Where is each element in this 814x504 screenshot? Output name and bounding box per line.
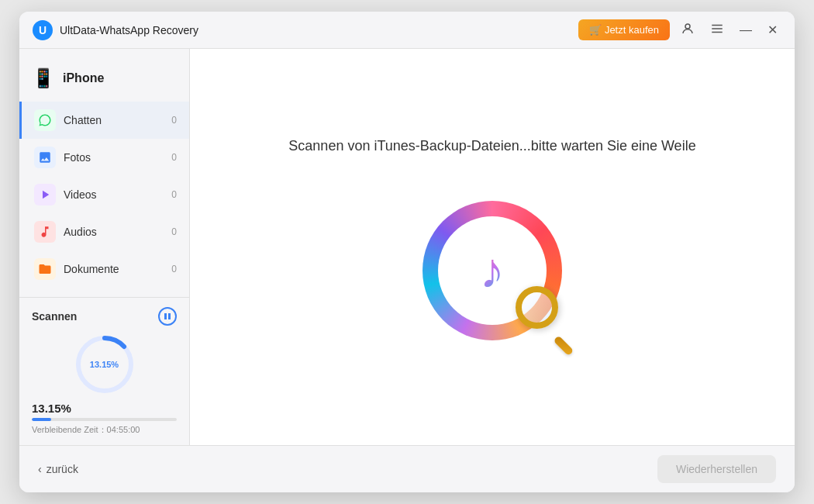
- minimize-button[interactable]: —: [735, 20, 757, 40]
- audios-icon: [34, 221, 56, 243]
- scan-percent: 13.15%: [32, 402, 177, 415]
- sidebar-item-dokumente[interactable]: Dokumente 0: [19, 250, 189, 288]
- fotos-label: Fotos: [64, 151, 171, 164]
- videos-count: 0: [171, 189, 177, 200]
- fotos-icon: [34, 147, 56, 168]
- restore-button[interactable]: Wiederherstellen: [657, 455, 776, 483]
- fotos-count: 0: [171, 152, 177, 163]
- itunes-illustration: ♪: [399, 185, 585, 356]
- menu-button[interactable]: [705, 19, 729, 42]
- main-content: 📱 iPhone Chatten 0 Fotos 0: [19, 49, 795, 445]
- dokumente-icon: [34, 258, 56, 280]
- dokumente-label: Dokumente: [64, 263, 171, 275]
- scan-circle-container: 13.15%: [32, 333, 177, 395]
- device-section: 📱 iPhone: [19, 61, 189, 102]
- sidebar-item-audios[interactable]: Audios 0: [19, 213, 189, 250]
- device-name: iPhone: [63, 71, 104, 85]
- buy-button[interactable]: 🛒 Jetzt kaufen: [578, 19, 670, 40]
- svg-point-2: [685, 24, 690, 29]
- magnifier-glass: [516, 286, 558, 329]
- scan-progress-fill: [32, 418, 51, 421]
- restore-label: Wiederherstellen: [676, 463, 757, 475]
- scan-circle-label: 13.15%: [90, 360, 119, 369]
- chatten-count: 0: [171, 115, 177, 126]
- chatten-label: Chatten: [64, 114, 171, 126]
- scan-message: Scannen von iTunes-Backup-Dateien...bitt…: [288, 138, 695, 154]
- audios-label: Audios: [64, 226, 171, 238]
- sidebar-item-chatten[interactable]: Chatten 0: [19, 102, 189, 139]
- svg-rect-6: [164, 313, 167, 319]
- music-note-icon: ♪: [480, 246, 505, 295]
- videos-label: Videos: [64, 188, 171, 201]
- videos-icon: [34, 184, 56, 205]
- device-icon: 📱: [32, 67, 55, 89]
- back-arrow-icon: ‹: [38, 463, 42, 475]
- back-button[interactable]: ‹ zurück: [38, 463, 78, 475]
- footer: ‹ zurück Wiederherstellen: [19, 445, 795, 492]
- scan-section: Scannen 13.15% 13.15%: [19, 297, 189, 445]
- cart-icon: 🛒: [589, 24, 602, 36]
- sidebar-item-videos[interactable]: Videos 0: [19, 176, 189, 213]
- buy-button-label: Jetzt kaufen: [605, 24, 659, 36]
- dokumente-count: 0: [171, 264, 177, 274]
- scan-title: Scannen: [32, 310, 77, 323]
- scan-remaining-time: Verbleibende Zeit：04:55:00: [32, 424, 177, 436]
- sidebar-item-fotos[interactable]: Fotos 0: [19, 139, 189, 176]
- svg-rect-7: [168, 313, 171, 319]
- scan-circle: 13.15%: [74, 333, 136, 395]
- account-button[interactable]: [676, 19, 699, 42]
- audios-count: 0: [171, 226, 177, 237]
- svg-text:U: U: [39, 24, 47, 36]
- scan-progress-bar: [32, 418, 177, 421]
- scan-pause-button[interactable]: [158, 307, 177, 326]
- titlebar: U UltData-WhatsApp Recovery 🛒 Jetzt kauf…: [19, 12, 795, 49]
- close-button[interactable]: ✕: [763, 19, 782, 40]
- back-label: zurück: [47, 463, 78, 475]
- chatten-icon: [34, 109, 56, 131]
- app-logo: U: [32, 19, 53, 41]
- magnifier-handle: [553, 335, 574, 356]
- sidebar: 📱 iPhone Chatten 0 Fotos 0: [19, 49, 190, 445]
- magnifier-icon: [516, 286, 578, 348]
- scan-header: Scannen: [32, 307, 177, 326]
- content-area: Scannen von iTunes-Backup-Dateien...bitt…: [190, 49, 795, 445]
- titlebar-actions: 🛒 Jetzt kaufen — ✕: [578, 19, 782, 42]
- app-window: U UltData-WhatsApp Recovery 🛒 Jetzt kauf…: [19, 12, 795, 492]
- app-title: UltData-WhatsApp Recovery: [60, 24, 578, 36]
- sidebar-nav: Chatten 0 Fotos 0 Videos 0: [19, 102, 189, 291]
